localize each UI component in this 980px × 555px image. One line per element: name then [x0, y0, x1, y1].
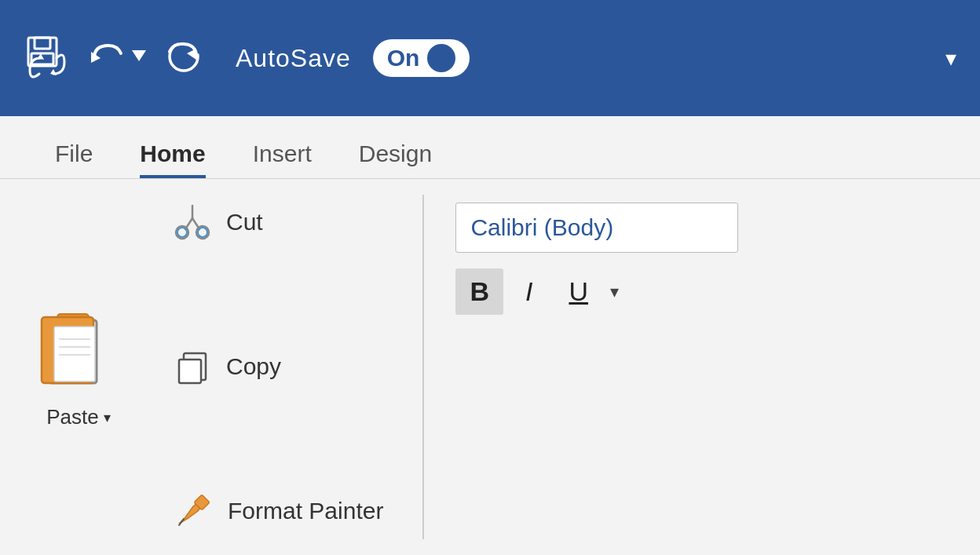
section-divider — [422, 195, 424, 539]
paste-label-row: Paste ▾ — [46, 405, 111, 429]
svg-marker-3 — [50, 69, 57, 75]
title-bar: AutoSave On ▾ — [0, 0, 980, 116]
svg-line-18 — [185, 218, 192, 229]
toggle-circle — [427, 44, 455, 72]
autosave-toggle[interactable]: On — [373, 39, 470, 77]
tab-bar: File Home Insert Design — [0, 116, 980, 179]
save-icon — [24, 35, 71, 82]
bold-button[interactable]: B — [455, 268, 503, 315]
clipboard-icon — [35, 305, 122, 399]
undo-button[interactable] — [86, 38, 148, 79]
ribbon-collapse-button[interactable]: ▾ — [945, 46, 956, 71]
paste-label: Paste — [46, 405, 99, 429]
undo-icon — [86, 38, 127, 79]
format-painter-label: Format Painter — [228, 498, 383, 524]
paste-dropdown-icon[interactable]: ▾ — [104, 409, 111, 426]
tab-home[interactable]: Home — [116, 130, 229, 178]
svg-point-21 — [177, 228, 187, 237]
svg-marker-6 — [132, 50, 146, 61]
format-painter-icon — [173, 491, 214, 531]
svg-point-22 — [198, 228, 207, 237]
copy-button[interactable]: Copy — [173, 347, 383, 386]
cut-label: Cut — [226, 209, 263, 236]
autosave-state: On — [387, 45, 420, 71]
font-name-value: Calibri (Body) — [470, 214, 613, 240]
svg-rect-24 — [179, 360, 201, 383]
copy-icon — [173, 347, 212, 386]
italic-button[interactable]: I — [511, 268, 547, 315]
tab-file[interactable]: File — [31, 130, 116, 178]
svg-marker-8 — [187, 49, 196, 60]
undo-dropdown-icon — [130, 42, 148, 74]
tab-insert[interactable]: Insert — [229, 130, 335, 178]
format-painter-button[interactable]: Format Painter — [173, 491, 383, 531]
quick-access-icon[interactable] — [24, 35, 71, 82]
edit-commands: Cut Copy Format Painter — [149, 195, 407, 539]
redo-icon — [163, 36, 204, 77]
redo-button[interactable] — [163, 36, 204, 80]
font-section: Calibri (Body) B I U ▾ — [440, 195, 754, 539]
clipboard-section: Paste ▾ — [24, 195, 149, 539]
tab-design[interactable]: Design — [335, 130, 455, 178]
autosave-label: AutoSave — [236, 44, 351, 73]
underline-dropdown-icon[interactable]: ▾ — [610, 282, 619, 302]
underline-button[interactable]: U — [554, 268, 602, 315]
font-format-row: B I U ▾ — [455, 268, 738, 315]
svg-line-27 — [179, 519, 184, 525]
ribbon-content: Paste ▾ Cut C — [0, 179, 980, 555]
font-name-input[interactable]: Calibri (Body) — [455, 203, 738, 253]
cut-icon — [173, 203, 212, 242]
svg-rect-1 — [35, 38, 50, 49]
copy-label: Copy — [226, 353, 281, 380]
paste-icon[interactable] — [35, 305, 122, 402]
svg-line-19 — [192, 218, 199, 229]
cut-button[interactable]: Cut — [173, 203, 383, 242]
